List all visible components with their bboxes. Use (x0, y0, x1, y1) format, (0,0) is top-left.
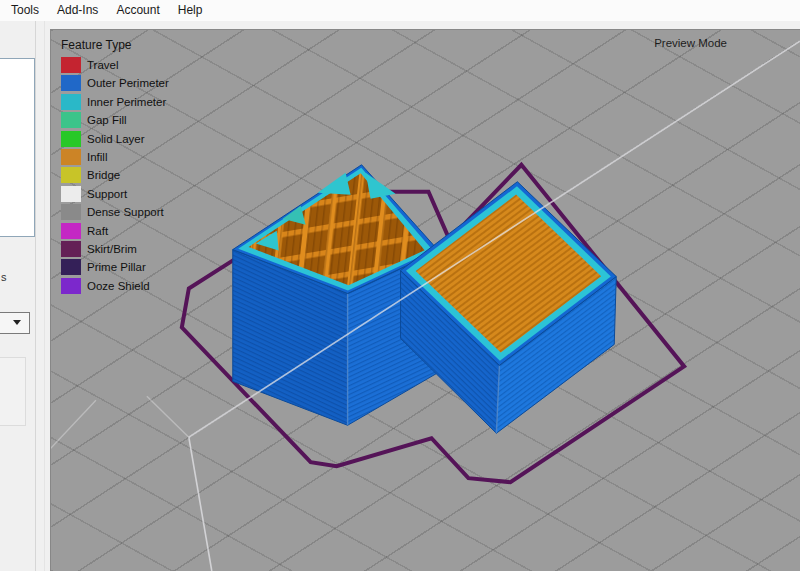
legend-item-gap-fill: Gap Fill (61, 112, 169, 128)
sidebar-groupbox (0, 357, 26, 426)
menu-item-help[interactable]: Help (169, 0, 212, 21)
sidebar-separator-2 (44, 21, 45, 571)
legend-title: Feature Type (61, 38, 169, 52)
legend-swatch (61, 204, 81, 220)
legend-item-prime-pillar: Prime Pillar (61, 259, 169, 275)
legend-label: Prime Pillar (87, 261, 146, 273)
menu-bar: ToolsAdd-InsAccountHelp (0, 0, 800, 21)
legend-item-travel: Travel (61, 57, 169, 73)
sidebar-listbox[interactable] (0, 58, 35, 237)
legend-swatch (61, 167, 81, 183)
legend-label: Bridge (87, 169, 120, 181)
legend-label: Solid Layer (87, 133, 145, 145)
model-right-cube[interactable] (401, 182, 617, 434)
legend-swatch (61, 149, 81, 165)
legend-item-support: Support (61, 186, 169, 202)
menu-item-account[interactable]: Account (107, 0, 168, 21)
legend-label: Gap Fill (87, 114, 127, 126)
legend-item-bridge: Bridge (61, 167, 169, 183)
legend-label: Raft (87, 225, 108, 237)
legend-swatch (61, 94, 81, 110)
legend-swatch (61, 57, 81, 73)
legend-item-skirt-brim: Skirt/Brim (61, 241, 169, 257)
sidebar-separator (35, 21, 36, 571)
menu-item-tools[interactable]: Tools (2, 0, 48, 21)
legend-swatch (61, 131, 81, 147)
legend-item-raft: Raft (61, 223, 169, 239)
legend-item-infill: Infill (61, 149, 169, 165)
legend-label: Dense Support (87, 206, 164, 218)
legend-swatch (61, 112, 81, 128)
feature-type-legend: Feature Type TravelOuter PerimeterInner … (61, 38, 169, 294)
legend-label: Infill (87, 151, 107, 163)
legend-label: Ooze Shield (87, 280, 150, 292)
legend-item-solid-layer: Solid Layer (61, 131, 169, 147)
legend-label: Support (87, 188, 127, 200)
legend-item-ooze-shield: Ooze Shield (61, 278, 169, 294)
legend-swatch (61, 259, 81, 275)
menu-item-addins[interactable]: Add-Ins (48, 0, 107, 21)
legend-item-dense-support: Dense Support (61, 204, 169, 220)
legend-swatch (61, 75, 81, 91)
legend-swatch (61, 186, 81, 202)
legend-swatch (61, 278, 81, 294)
chevron-down-icon (13, 320, 21, 325)
legend-label: Outer Perimeter (87, 77, 169, 89)
legend-item-inner-perimeter: Inner Perimeter (61, 94, 169, 110)
legend-swatch (61, 241, 81, 257)
left-panel: s (0, 21, 50, 571)
sidebar-dropdown[interactable] (0, 312, 30, 334)
legend-label: Inner Perimeter (87, 96, 166, 108)
legend-label: Skirt/Brim (87, 243, 137, 255)
legend-swatch (61, 223, 81, 239)
legend-item-outer-perimeter: Outer Perimeter (61, 75, 169, 91)
legend-label: Travel (87, 59, 119, 71)
3d-viewport[interactable]: Feature Type TravelOuter PerimeterInner … (50, 29, 800, 571)
feature-type-legend-items: TravelOuter PerimeterInner PerimeterGap … (61, 57, 169, 294)
preview-mode-label: Preview Mode (654, 37, 727, 49)
sidebar-truncated-label: s (1, 271, 7, 283)
